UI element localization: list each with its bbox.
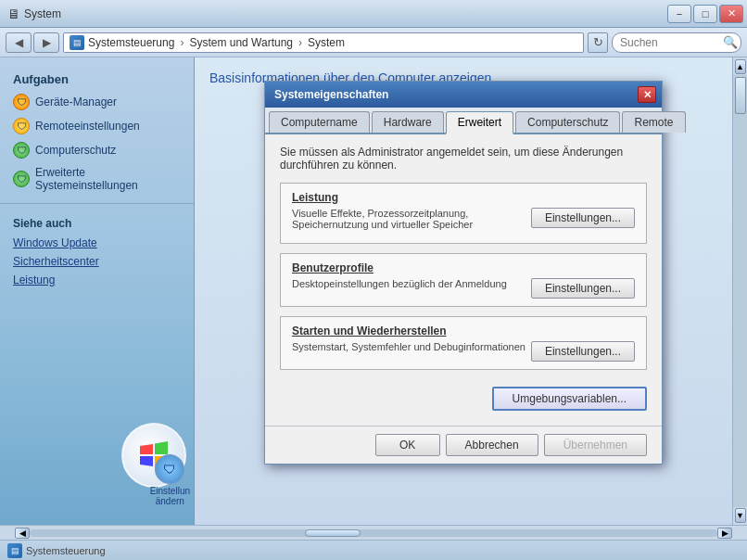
modal-tabs: Computername Hardware Erweitert Computer… xyxy=(265,108,662,134)
path-icon: ▤ xyxy=(70,35,84,50)
window-icon: 🖥 xyxy=(7,6,20,21)
modal-info-text: Sie müssen als Administrator angemeldet … xyxy=(280,146,647,172)
leistung-title: Leistung xyxy=(292,191,635,204)
right-scrollbar[interactable]: ▲ ▼ xyxy=(732,57,747,525)
systemeigenschaften-dialog: Systemeigenschaften ✕ Computername Hardw… xyxy=(264,81,663,465)
window-title: System xyxy=(24,7,61,20)
sidebar-item-computerschutz[interactable]: 🛡 Computerschutz xyxy=(0,138,194,162)
starten-title: Starten und Wiederherstellen xyxy=(292,325,635,337)
modal-close-button[interactable]: ✕ xyxy=(638,86,656,103)
path-part-1: Systemsteuerung xyxy=(88,36,174,49)
umgebungsvariablen-button[interactable]: Umgebungsvariablen... xyxy=(492,387,647,411)
benutzerprofile-section: Benutzerprofile Einstellungen... Desktop… xyxy=(280,253,647,307)
hscroll-track xyxy=(30,529,717,537)
computerschutz-label: Computerschutz xyxy=(35,144,116,157)
nav-buttons: ◀ ▶ xyxy=(6,32,59,53)
modal-title-bar: Systemeigenschaften ✕ xyxy=(265,82,662,108)
remote-label: Remoteeinstellungen xyxy=(35,120,140,133)
computerschutz-icon: 🛡 xyxy=(13,142,30,159)
umgebung-wrapper: Umgebungsvariablen... xyxy=(280,379,647,414)
benutzerprofile-title: Benutzerprofile xyxy=(292,261,635,274)
sidebar-link-leistung[interactable]: Leistung xyxy=(0,271,194,289)
einstellungen-label: Einstellun ändern xyxy=(150,486,190,506)
sidebar-divider xyxy=(0,203,194,204)
path-sep-2: › xyxy=(298,36,302,49)
path-part-3: System xyxy=(308,36,345,49)
sidebar-item-remoteeinstellungen[interactable]: 🛡 Remoteeinstellungen xyxy=(0,114,194,138)
main-window: 🖥 System − □ ✕ ◀ ▶ ▤ Systemsteuerung › S… xyxy=(0,0,747,560)
scroll-track xyxy=(733,75,747,507)
maximize-button[interactable]: □ xyxy=(693,5,717,23)
benutzerprofile-einstellungen-button[interactable]: Einstellungen... xyxy=(531,278,635,299)
sidebar: Aufgaben 🛡 Geräte-Manager 🛡 Remoteeinste… xyxy=(0,57,195,525)
tab-computername[interactable]: Computername xyxy=(269,111,370,133)
content-area: Basisinformationen über den Computer anz… xyxy=(195,57,732,525)
search-wrapper: 🔍 xyxy=(612,32,741,53)
window-controls: − □ ✕ xyxy=(667,5,743,23)
ok-button[interactable]: OK xyxy=(375,434,440,456)
close-button[interactable]: ✕ xyxy=(719,5,743,23)
back-button[interactable]: ◀ xyxy=(6,32,32,53)
modal-overlay: Systemeigenschaften ✕ Computername Hardw… xyxy=(195,57,732,525)
tab-hardware[interactable]: Hardware xyxy=(372,111,444,133)
see-also-title: Siehe auch xyxy=(0,211,194,234)
cancel-button[interactable]: Abbrechen xyxy=(446,434,538,456)
apply-button[interactable]: Übernehmen xyxy=(544,434,647,456)
sidebar-link-windows-update[interactable]: Windows Update xyxy=(0,234,194,252)
modal-body: Sie müssen als Administrator angemeldet … xyxy=(265,134,662,426)
geraete-manager-icon: 🛡 xyxy=(13,94,30,110)
bottom-scrollbar: ◀ ▶ xyxy=(0,525,747,540)
address-bar: ◀ ▶ ▤ Systemsteuerung › System und Wartu… xyxy=(0,28,747,57)
starten-section: Starten und Wiederherstellen Einstellung… xyxy=(280,316,647,370)
scroll-thumb[interactable] xyxy=(735,77,746,114)
refresh-button[interactable]: ↻ xyxy=(588,32,608,53)
einstellungen-badge[interactable]: 🛡 Einstellun ändern xyxy=(150,454,190,506)
search-input[interactable] xyxy=(612,32,741,53)
scroll-up-arrow[interactable]: ▲ xyxy=(735,59,746,74)
erweiterte-label: Erweiterte Systemeinstellungen xyxy=(35,166,181,192)
tab-computerschutz[interactable]: Computerschutz xyxy=(515,111,620,133)
path-part-2: System und Wartung xyxy=(189,36,293,49)
remote-icon: 🛡 xyxy=(13,118,30,134)
status-text: Systemsteuerung xyxy=(26,545,106,556)
scroll-down-arrow[interactable]: ▼ xyxy=(735,508,746,523)
erweiterte-icon: 🛡 xyxy=(13,171,30,187)
sidebar-item-geraete-manager[interactable]: 🛡 Geräte-Manager xyxy=(0,90,194,114)
forward-button[interactable]: ▶ xyxy=(33,32,59,53)
leistung-section: Leistung Einstellungen... Visuelle Effek… xyxy=(280,183,647,244)
geraete-manager-label: Geräte-Manager xyxy=(35,95,117,108)
scroll-left-arrow[interactable]: ◀ xyxy=(15,528,30,539)
sidebar-item-erweiterte[interactable]: 🛡 Erweiterte Systemeinstellungen xyxy=(0,162,194,196)
modal-title: Systemeigenschaften xyxy=(274,88,388,101)
path-sep-1: › xyxy=(180,36,184,49)
title-bar-left: 🖥 System xyxy=(7,6,61,21)
sidebar-link-sicherheitscenter[interactable]: Sicherheitscenter xyxy=(0,252,194,271)
modal-footer: OK Abbrechen Übernehmen xyxy=(265,426,662,464)
status-bar: ▤ Systemsteuerung xyxy=(0,540,747,560)
title-bar: 🖥 System − □ ✕ xyxy=(0,0,747,28)
tab-erweitert[interactable]: Erweitert xyxy=(446,111,513,134)
address-path-box[interactable]: ▤ Systemsteuerung › System und Wartung ›… xyxy=(63,32,584,53)
tasks-title: Aufgaben xyxy=(0,67,194,90)
status-icon: ▤ xyxy=(7,543,22,558)
main-content: Aufgaben 🛡 Geräte-Manager 🛡 Remoteeinste… xyxy=(0,57,747,525)
scroll-right-arrow[interactable]: ▶ xyxy=(717,528,732,539)
hscroll-thumb[interactable] xyxy=(305,529,361,537)
leistung-einstellungen-button[interactable]: Einstellungen... xyxy=(531,208,635,228)
search-icon[interactable]: 🔍 xyxy=(723,35,738,49)
einstellungen-icon: 🛡 xyxy=(155,454,184,484)
minimize-button[interactable]: − xyxy=(667,5,691,23)
starten-einstellungen-button[interactable]: Einstellungen... xyxy=(531,341,635,362)
tab-remote[interactable]: Remote xyxy=(622,111,685,133)
